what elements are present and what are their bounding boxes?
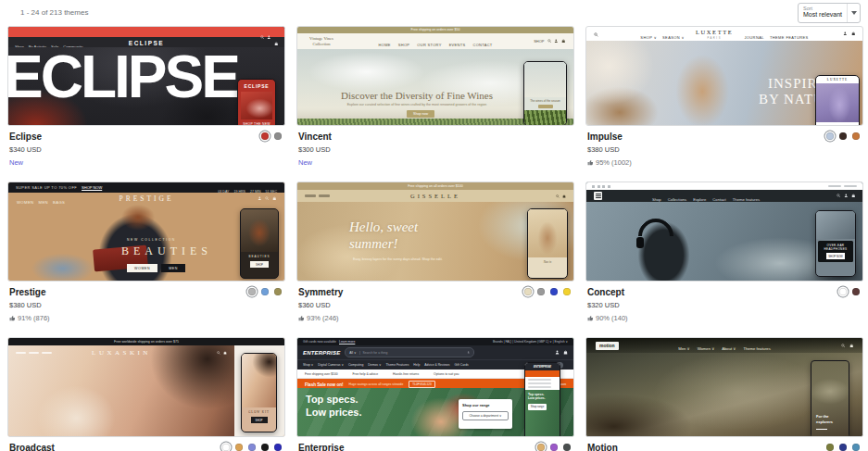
theme-card: motion Men ∨Women ∨About ∨Theme features… (585, 337, 863, 451)
style-swatches (248, 288, 282, 295)
store-logo: GISSELLE (297, 193, 573, 199)
nav-item: Demos ∨ (368, 363, 381, 367)
account-icon (554, 39, 559, 44)
theme-name[interactable]: Eclipse (9, 132, 283, 142)
theme-preview-link[interactable]: ShopCollectionsExploreContactTheme featu… (585, 182, 863, 282)
thumbs-up-icon (298, 315, 305, 321)
card-footer: Symmetry $360 USD 93% (246) (296, 282, 574, 330)
announcement-bar: Free shipping on all orders over $100 (297, 182, 573, 190)
style-swatch[interactable] (839, 288, 847, 295)
store-header: motion Men ∨Women ∨About ∨Theme features (586, 338, 862, 353)
new-badge[interactable]: New (9, 158, 283, 167)
style-swatch[interactable] (537, 288, 545, 295)
style-swatch[interactable] (852, 444, 860, 451)
theme-name[interactable]: Vincent (298, 132, 572, 142)
cart-icon (561, 39, 566, 44)
style-swatch[interactable] (839, 444, 847, 451)
hero-headline-line2: Low prices. (306, 407, 362, 419)
search-icon (594, 26, 598, 43)
phone-product-title: OVER-EAR HEADPHONES (820, 244, 851, 251)
theme-preview-link[interactable]: Free shipping on orders over $50 Vintage… (296, 26, 574, 126)
style-swatch[interactable] (563, 288, 571, 295)
style-swatch[interactable] (222, 444, 230, 451)
style-swatch[interactable] (550, 288, 558, 295)
hero-button: Shop now (407, 110, 434, 118)
cart-icon (563, 350, 568, 355)
utility-text: Gift cards now available (303, 340, 336, 344)
style-swatch[interactable] (826, 132, 834, 140)
style-swatch[interactable] (261, 444, 269, 451)
style-swatch[interactable] (261, 132, 269, 140)
phone-link-underline (816, 429, 827, 430)
style-swatch[interactable] (537, 444, 545, 451)
nav-item: Theme features (743, 346, 770, 351)
hero-subheading: Easy, breezy layers for the sunny days a… (353, 257, 443, 261)
theme-name[interactable]: Concept (587, 287, 862, 297)
style-swatch[interactable] (274, 132, 282, 140)
header-icons (217, 351, 227, 355)
style-swatch[interactable] (563, 444, 571, 451)
header-icons (837, 194, 856, 198)
header-icons (260, 35, 279, 52)
account-icon (843, 31, 848, 36)
new-badge[interactable]: New (298, 158, 572, 167)
theme-name[interactable]: Impulse (587, 132, 862, 142)
phone-caption: For theexplorers (816, 414, 833, 424)
theme-preview-link[interactable]: SUPER SALE UP TO 70% OFF SHOP NOW 03 DAY… (7, 182, 285, 282)
store-header: ShopCollectionsExploreContactTheme featu… (586, 190, 862, 202)
cart-icon (223, 351, 227, 355)
sort-dropdown[interactable]: Sort Most relevant (798, 3, 861, 23)
announcement-text: SUPER SALE UP TO 70% OFF (16, 185, 77, 190)
style-swatch[interactable] (235, 444, 243, 451)
theme-name[interactable]: Enterprise (298, 443, 572, 451)
account-link: SHOP (534, 39, 544, 44)
theme-preview-link[interactable]: SHOP ∨SEASON ∨LUXETTEPARISJOURNALTHEME F… (585, 26, 863, 126)
phone-button: SHOP NOW (826, 253, 845, 259)
style-swatch[interactable] (274, 288, 282, 295)
nav-item: Contact (712, 197, 725, 202)
phone-mockup: LUXETTE SHOP NOW (815, 75, 860, 126)
style-swatch[interactable] (852, 132, 860, 140)
theme-preview-link[interactable]: Gift cards now available Learn more Bran… (296, 337, 574, 437)
nav-item: Explore (693, 197, 706, 202)
style-swatch[interactable] (826, 444, 834, 451)
utility-bar: Gift cards now available Learn more Bran… (297, 338, 573, 345)
style-swatch[interactable] (261, 288, 269, 295)
benefit-item: Hassle-free returns (393, 372, 419, 376)
theme-name[interactable]: Prestige (9, 287, 283, 297)
style-swatch[interactable] (852, 288, 860, 295)
theme-name[interactable]: Motion (587, 443, 862, 451)
theme-card: Free shipping on orders over $50 Vintage… (296, 26, 574, 174)
theme-preview-link[interactable]: motion Men ∨Women ∨About ∨Theme features… (585, 337, 863, 437)
theme-card: Free shipping on all orders over $100 GI… (296, 182, 574, 330)
phone-hero-image (816, 211, 855, 239)
theme-preview-link[interactable]: Free shipping on all orders over $100 GI… (296, 182, 574, 282)
style-swatch[interactable] (550, 444, 558, 451)
department-card: Shop our range Choose a department ∨ (459, 399, 512, 429)
style-swatch[interactable] (839, 132, 847, 140)
locale-selector: Brands | FAQ | United Kingdom (GBP £) ∨ … (493, 340, 568, 344)
style-swatch[interactable] (248, 288, 256, 295)
store-header: ENTERPRISE All ∨ Search for a thing (297, 345, 573, 359)
chevron-down-icon[interactable] (847, 4, 860, 22)
nav-item: Theme features (733, 197, 760, 202)
phone-mockup: ECLIPSE SHOP THE NEW ARRIVALS Explore (237, 79, 276, 126)
nav-item: Help (413, 363, 420, 367)
card-footer: Prestige $380 USD 91% (876) (7, 282, 285, 330)
sort-text: Sort Most relevant (799, 4, 847, 22)
phone-nav-rows (525, 377, 560, 390)
thumbs-up-icon (587, 315, 594, 321)
hero-headline: Hello, sweetsummer! (349, 219, 418, 252)
results-count: 1 - 24 of 213 themes (20, 8, 88, 17)
style-swatch[interactable] (274, 444, 282, 451)
benefit-item: Free shipping over $100 (305, 372, 338, 376)
style-swatch[interactable] (524, 288, 532, 295)
hero-section: ECLIPSE ECLIPSE SHOP THE NEW ARRIVALS Ex… (8, 47, 284, 125)
theme-price: $300 USD (298, 145, 572, 154)
style-swatch[interactable] (248, 444, 256, 451)
theme-preview-link[interactable]: Take 20% off everythingNew drops every w… (7, 26, 285, 126)
style-swatches (537, 444, 571, 451)
phone-hero-image (528, 209, 567, 257)
theme-preview-link[interactable]: Free worldwide shipping on orders over $… (7, 337, 285, 437)
store-header: GISSELLE (297, 190, 573, 202)
